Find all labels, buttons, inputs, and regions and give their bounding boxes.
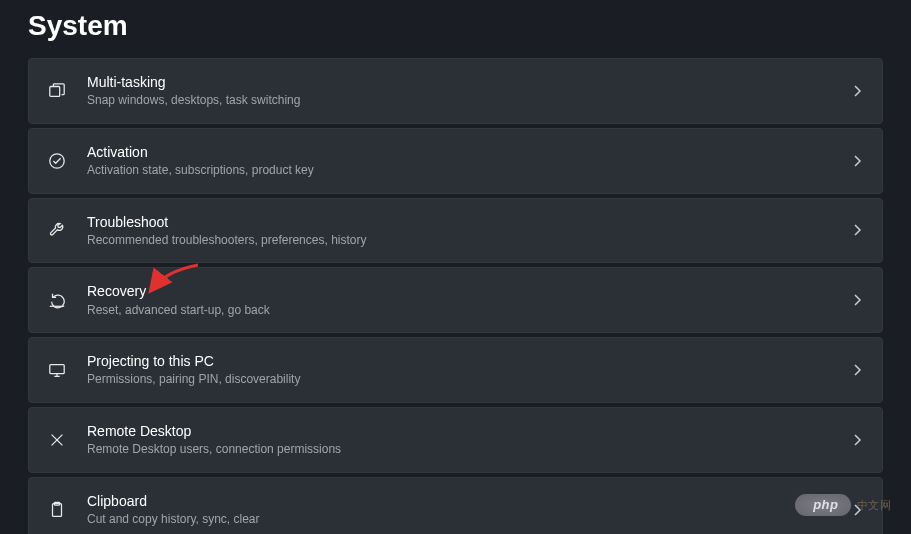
card-content: Multi-tasking Snap windows, desktops, ta… xyxy=(87,73,850,109)
card-subtitle: Reset, advanced start-up, go back xyxy=(87,303,850,319)
watermark-pill: php xyxy=(795,494,850,516)
projecting-icon xyxy=(47,360,67,380)
chevron-right-icon xyxy=(850,154,864,168)
card-content: Recovery Reset, advanced start-up, go ba… xyxy=(87,282,850,318)
card-subtitle: Permissions, pairing PIN, discoverabilit… xyxy=(87,372,850,388)
watermark: php 中文网 xyxy=(795,494,891,516)
troubleshoot-icon xyxy=(47,220,67,240)
recovery-icon xyxy=(47,290,67,310)
chevron-right-icon xyxy=(850,84,864,98)
settings-list: Multi-tasking Snap windows, desktops, ta… xyxy=(0,58,911,534)
card-title: Projecting to this PC xyxy=(87,352,850,370)
card-content: Troubleshoot Recommended troubleshooters… xyxy=(87,213,850,249)
card-subtitle: Activation state, subscriptions, product… xyxy=(87,163,850,179)
remote-desktop-icon xyxy=(47,430,67,450)
chevron-right-icon xyxy=(850,433,864,447)
card-title: Recovery xyxy=(87,282,850,300)
activation-icon xyxy=(47,151,67,171)
settings-item-multitasking[interactable]: Multi-tasking Snap windows, desktops, ta… xyxy=(28,58,883,124)
card-title: Troubleshoot xyxy=(87,213,850,231)
settings-item-recovery[interactable]: Recovery Reset, advanced start-up, go ba… xyxy=(28,267,883,333)
card-subtitle: Remote Desktop users, connection permiss… xyxy=(87,442,850,458)
settings-item-activation[interactable]: Activation Activation state, subscriptio… xyxy=(28,128,883,194)
settings-item-troubleshoot[interactable]: Troubleshoot Recommended troubleshooters… xyxy=(28,198,883,264)
settings-item-remote-desktop[interactable]: Remote Desktop Remote Desktop users, con… xyxy=(28,407,883,473)
card-subtitle: Cut and copy history, sync, clear xyxy=(87,512,850,528)
svg-rect-0 xyxy=(50,86,60,96)
card-title: Clipboard xyxy=(87,492,850,510)
settings-item-projecting[interactable]: Projecting to this PC Permissions, pairi… xyxy=(28,337,883,403)
card-content: Activation Activation state, subscriptio… xyxy=(87,143,850,179)
card-title: Multi-tasking xyxy=(87,73,850,91)
page-title: System xyxy=(0,0,911,58)
chevron-right-icon xyxy=(850,223,864,237)
card-content: Remote Desktop Remote Desktop users, con… xyxy=(87,422,850,458)
card-content: Clipboard Cut and copy history, sync, cl… xyxy=(87,492,850,528)
settings-item-clipboard[interactable]: Clipboard Cut and copy history, sync, cl… xyxy=(28,477,883,534)
svg-point-1 xyxy=(50,153,64,167)
card-subtitle: Recommended troubleshooters, preferences… xyxy=(87,233,850,249)
card-subtitle: Snap windows, desktops, task switching xyxy=(87,93,850,109)
chevron-right-icon xyxy=(850,363,864,377)
watermark-text: 中文网 xyxy=(857,498,892,513)
chevron-right-icon xyxy=(850,293,864,307)
svg-rect-2 xyxy=(50,365,64,374)
card-content: Projecting to this PC Permissions, pairi… xyxy=(87,352,850,388)
multitasking-icon xyxy=(47,81,67,101)
card-title: Remote Desktop xyxy=(87,422,850,440)
clipboard-icon xyxy=(47,500,67,520)
card-title: Activation xyxy=(87,143,850,161)
